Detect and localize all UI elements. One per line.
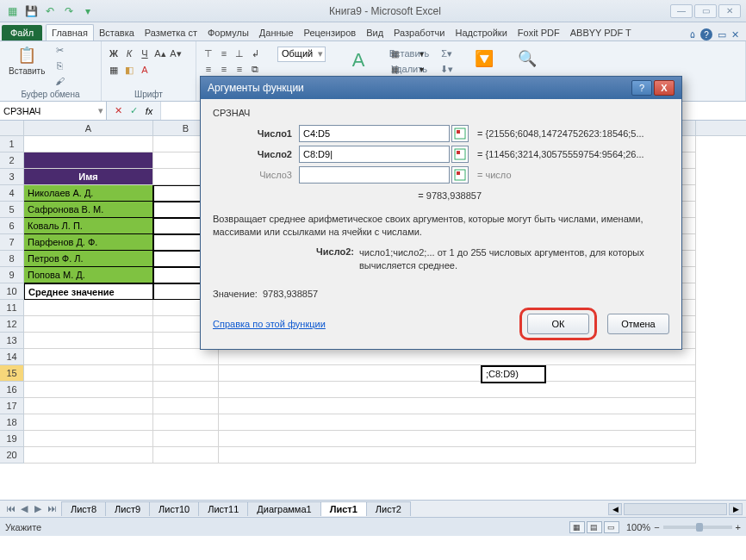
fill-color-icon[interactable]: ◧	[122, 63, 136, 77]
dialog-close-button[interactable]: X	[654, 80, 675, 96]
cell[interactable]	[24, 300, 153, 316]
name-box-input[interactable]	[0, 106, 96, 116]
minimize-button[interactable]: —	[670, 4, 693, 18]
dialog-help-link[interactable]: Справка по этой функции	[213, 319, 326, 329]
sheet-nav-last-icon[interactable]: ⏭	[45, 503, 59, 514]
cell-name[interactable]: Сафронова В. М.	[24, 202, 153, 218]
insert-cells-button[interactable]: ▦ Вставить ▾	[391, 47, 424, 60]
sheet-tab[interactable]: Лист9	[105, 501, 150, 516]
hscroll-left-icon[interactable]: ◀	[608, 503, 622, 515]
sheet-nav-prev-icon[interactable]: ◀	[17, 503, 31, 514]
hscroll-track[interactable]	[624, 503, 727, 515]
cell[interactable]	[24, 136, 153, 152]
cell[interactable]	[153, 349, 219, 365]
cell-summary[interactable]: Среднее значение	[24, 283, 153, 300]
cell[interactable]	[153, 414, 219, 431]
row-header[interactable]: 3	[0, 169, 24, 185]
row-header[interactable]: 5	[0, 202, 24, 218]
name-box[interactable]: ▾	[0, 102, 107, 120]
cell[interactable]	[24, 398, 153, 414]
number-format-combo[interactable]: Общий ▾	[277, 47, 326, 62]
row-header[interactable]: 8	[0, 251, 24, 267]
arg2-input[interactable]	[299, 146, 450, 163]
cell-name[interactable]: Николаев А. Д.	[24, 185, 153, 202]
border-icon[interactable]: ▦	[107, 63, 121, 77]
row-header[interactable]: 20	[0, 447, 24, 464]
minimize-ribbon-icon[interactable]: ۵	[690, 29, 695, 40]
view-pagebreak-icon[interactable]: ▭	[604, 521, 619, 533]
cell[interactable]	[219, 382, 696, 398]
tab-addins[interactable]: Надстройки	[450, 25, 512, 40]
wrap-icon[interactable]: ↲	[248, 47, 262, 60]
autosum-icon[interactable]: Σ▾	[439, 47, 455, 60]
undo-icon[interactable]: ↶	[43, 4, 57, 18]
row-header[interactable]: 14	[0, 349, 24, 365]
dialog-titlebar[interactable]: Аргументы функции ? X	[201, 77, 681, 99]
cell[interactable]	[153, 365, 219, 382]
tab-review[interactable]: Рецензиров	[299, 25, 362, 40]
row-header[interactable]: 4	[0, 185, 24, 202]
cell[interactable]	[219, 365, 696, 382]
cut-icon[interactable]: ✂	[52, 43, 67, 57]
name-box-dropdown-icon[interactable]: ▾	[96, 105, 106, 116]
row-header[interactable]: 18	[0, 414, 24, 431]
arg2-range-button[interactable]	[451, 146, 469, 163]
cell-name[interactable]: Парфенов Д. Ф.	[24, 234, 153, 251]
row-header[interactable]: 12	[0, 316, 24, 333]
align-right-icon[interactable]: ≡	[233, 62, 246, 76]
format-painter-icon[interactable]: 🖌	[52, 74, 67, 88]
align-left-icon[interactable]: ≡	[202, 62, 215, 76]
row-header[interactable]: 1	[0, 136, 24, 152]
sheet-tab[interactable]: Лист11	[198, 501, 248, 516]
cell[interactable]	[153, 447, 219, 464]
cell[interactable]	[219, 414, 696, 431]
tab-developer[interactable]: Разработчи	[389, 25, 450, 40]
copy-icon[interactable]: ⎘	[52, 59, 67, 72]
help-icon[interactable]: ?	[700, 28, 712, 40]
cell[interactable]	[24, 349, 153, 365]
cell-name[interactable]: Попова М. Д.	[24, 267, 153, 283]
row-header[interactable]: 17	[0, 398, 24, 414]
sheet-tab[interactable]: Лист8	[61, 501, 106, 516]
cell[interactable]	[24, 333, 153, 349]
cell[interactable]	[24, 382, 153, 398]
col-header-a[interactable]: A	[24, 121, 153, 135]
row-header[interactable]: 19	[0, 431, 24, 447]
fx-icon[interactable]: fx	[143, 105, 155, 117]
tab-formulas[interactable]: Формулы	[202, 25, 254, 40]
align-top-icon[interactable]: ⊤	[202, 47, 215, 60]
underline-icon[interactable]: Ч	[138, 47, 152, 60]
sheet-tab[interactable]: Лист10	[149, 501, 199, 516]
cell[interactable]	[24, 365, 153, 382]
find-button[interactable]: 🔍	[513, 47, 541, 71]
align-mid-icon[interactable]: ≡	[217, 47, 231, 60]
zoom-slider[interactable]	[663, 526, 732, 529]
sheet-tab-active[interactable]: Лист1	[320, 501, 367, 516]
accept-formula-icon[interactable]: ✓	[127, 105, 140, 117]
cell[interactable]	[24, 431, 153, 447]
cell[interactable]	[219, 398, 696, 414]
tab-abbyy[interactable]: ABBYY PDF T	[565, 25, 637, 40]
sheet-tab[interactable]: Диаграмма1	[247, 501, 320, 516]
fill-icon[interactable]: ⬇▾	[439, 62, 455, 76]
font-size-down-icon[interactable]: A▾	[169, 47, 183, 60]
font-size-up-icon[interactable]: A▴	[153, 47, 167, 60]
window-options-icon[interactable]: ▭	[718, 29, 726, 40]
arg3-input[interactable]	[299, 166, 450, 184]
cell[interactable]	[24, 414, 153, 431]
view-normal-icon[interactable]: ▦	[569, 521, 585, 533]
sort-filter-button[interactable]: 🔽	[470, 47, 498, 71]
align-bot-icon[interactable]: ⊥	[233, 47, 246, 60]
row-header[interactable]: 15	[0, 365, 24, 382]
bold-icon[interactable]: Ж	[107, 47, 121, 60]
cell[interactable]	[24, 447, 153, 464]
tab-view[interactable]: Вид	[361, 25, 389, 40]
close-button[interactable]: ✕	[718, 4, 741, 18]
floating-edit-cell[interactable]: ;C8:D9)	[481, 365, 546, 383]
ribbon-close-icon[interactable]: ✕	[731, 29, 739, 40]
align-center-icon[interactable]: ≡	[217, 62, 231, 76]
paste-button[interactable]: 📋 Вставить	[5, 43, 48, 78]
view-layout-icon[interactable]: ▤	[587, 521, 602, 533]
cell-name[interactable]: Петров Ф. Л.	[24, 251, 153, 267]
sheet-tab[interactable]: Лист2	[366, 501, 411, 516]
